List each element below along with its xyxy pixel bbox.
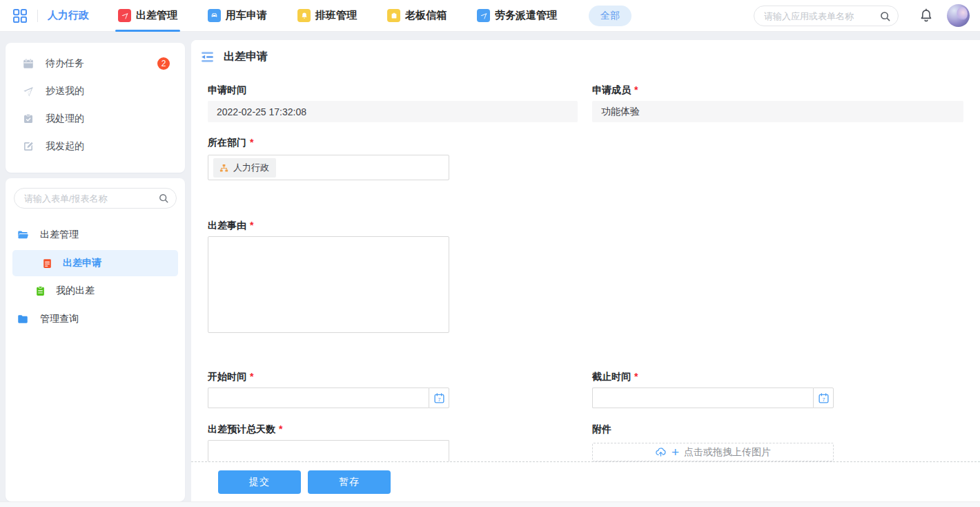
form-footer: 提交 暂存 xyxy=(191,461,980,501)
sidebar-item-cc-to-me[interactable]: 抄送我的 xyxy=(6,77,185,105)
search-icon[interactable] xyxy=(879,10,891,22)
paper-plane-icon xyxy=(118,9,131,22)
paper-plane-icon xyxy=(477,9,490,22)
attachment-label: 附件 xyxy=(592,423,611,436)
tab-labor-dispatch-mgmt[interactable]: 劳务派遣管理 xyxy=(477,0,557,32)
clipboard-check-icon xyxy=(22,113,35,125)
page-title: 出差申请 xyxy=(224,50,268,64)
end-time-picker: 7 xyxy=(592,388,834,408)
global-search-input[interactable] xyxy=(764,11,879,21)
bell-icon xyxy=(297,9,311,22)
folder-open-icon xyxy=(17,229,29,241)
tree-item-label: 出差申请 xyxy=(63,257,101,269)
apply-time-label: 申请时间 xyxy=(208,84,246,97)
tree-folder-label: 出差管理 xyxy=(40,229,79,241)
todo-count-badge: 2 xyxy=(157,57,170,70)
sidebar-item-todo-tasks[interactable]: 待办任务 2 xyxy=(6,50,185,77)
total-days-label: 出差预计总天数* xyxy=(208,423,282,436)
all-apps-pill[interactable]: 全部 xyxy=(589,6,631,26)
calendar-icon xyxy=(22,57,35,70)
page-bottom-strip xyxy=(0,501,980,507)
document-icon xyxy=(41,258,53,269)
start-time-calendar-button[interactable]: 7 xyxy=(429,388,449,408)
sidebar-item-handled-by-me[interactable]: 我处理的 xyxy=(6,105,185,133)
bell-icon xyxy=(919,8,934,23)
plus-icon: + xyxy=(672,446,679,459)
sidebar-item-label: 待办任务 xyxy=(46,57,84,70)
tab-boss-mailbox[interactable]: 老板信箱 xyxy=(387,0,447,32)
sidebar-forms-card: 出差管理 出差申请 我的出差 xyxy=(6,178,185,501)
folder-icon xyxy=(17,313,29,325)
top-navbar: 人力行政 出差管理 用车申请 排班管理 老板信箱 xyxy=(0,0,980,32)
reason-textarea[interactable] xyxy=(208,236,449,333)
reason-label: 出差事由* xyxy=(208,220,253,232)
compose-icon xyxy=(22,140,35,153)
tab-label: 劳务派遣管理 xyxy=(495,9,557,22)
tab-business-trip-mgmt[interactable]: 出差管理 xyxy=(118,0,177,32)
end-time-label: 截止时间* xyxy=(592,371,638,383)
topbar-divider xyxy=(37,10,38,22)
tab-shift-mgmt[interactable]: 排班管理 xyxy=(297,0,357,32)
calendar-icon: 7 xyxy=(818,392,830,404)
apps-grid-icon xyxy=(12,8,28,23)
form-search xyxy=(14,188,177,209)
apps-grid-button[interactable] xyxy=(11,7,29,25)
department-tag[interactable]: 人力行政 xyxy=(213,158,276,178)
form-header: 出差申请 xyxy=(191,40,980,73)
main-content: 出差申请 申请时间 2022-02-25 17:32:08 申请成员* 功能体验… xyxy=(191,40,980,501)
tab-vehicle-request[interactable]: 用车申请 xyxy=(208,0,267,32)
search-icon[interactable] xyxy=(158,193,169,204)
tree-folder-label: 管理查询 xyxy=(40,313,79,325)
send-icon xyxy=(22,85,35,97)
clipboard-icon xyxy=(35,285,46,297)
app-root: 人力行政 出差管理 用车申请 排班管理 老板信箱 xyxy=(0,0,980,507)
calendar-icon: 7 xyxy=(433,392,445,404)
notification-bell-button[interactable] xyxy=(919,8,935,24)
end-time-input[interactable] xyxy=(592,388,813,408)
department-label: 所在部门* xyxy=(208,137,253,149)
car-icon xyxy=(208,9,221,22)
start-time-label: 开始时间* xyxy=(208,371,253,383)
collapse-sidebar-button[interactable] xyxy=(200,49,215,64)
tab-label: 出差管理 xyxy=(136,9,177,22)
form-search-input[interactable] xyxy=(24,193,158,204)
tree-folder-admin-query[interactable]: 管理查询 xyxy=(6,305,185,333)
apply-member-value: 功能体验 xyxy=(592,101,963,122)
end-time-calendar-button[interactable]: 7 xyxy=(813,388,834,408)
form-tree: 出差管理 出差申请 我的出差 xyxy=(6,221,185,333)
tab-label: 排班管理 xyxy=(315,9,357,22)
svg-text:7: 7 xyxy=(438,396,440,402)
sidebar-item-label: 我处理的 xyxy=(46,113,84,125)
attachment-upload-area[interactable]: + 点击或拖拽上传图片 xyxy=(592,443,834,461)
org-chart-icon xyxy=(219,163,229,173)
save-draft-button[interactable]: 暂存 xyxy=(308,470,391,494)
department-select[interactable]: 人力行政 xyxy=(208,155,449,180)
tree-item-my-business-trips[interactable]: 我的出差 xyxy=(6,278,185,304)
upload-hint-text: 点击或拖拽上传图片 xyxy=(684,446,771,459)
workspace-name[interactable]: 人力行政 xyxy=(48,9,89,22)
svg-text:7: 7 xyxy=(822,396,825,402)
department-tag-label: 人力行政 xyxy=(233,162,269,174)
global-search xyxy=(754,6,899,26)
tree-folder-business-trip-mgmt[interactable]: 出差管理 xyxy=(6,221,185,249)
menu-fold-icon xyxy=(200,50,215,64)
sidebar-tasks-card: 待办任务 2 抄送我的 我处理的 我发起的 xyxy=(6,43,185,173)
mailbox-icon xyxy=(387,9,400,22)
apply-time-value: 2022-02-25 17:32:08 xyxy=(208,101,578,122)
sidebar-item-label: 抄送我的 xyxy=(46,85,84,97)
user-avatar[interactable] xyxy=(947,4,970,27)
tree-item-label: 我的出差 xyxy=(56,285,95,297)
cloud-upload-icon xyxy=(655,446,667,458)
tree-item-business-trip-request[interactable]: 出差申请 xyxy=(12,250,178,276)
start-time-picker: 7 xyxy=(208,388,449,408)
sidebar-item-initiated-by-me[interactable]: 我发起的 xyxy=(6,133,185,160)
sidebar-item-label: 我发起的 xyxy=(46,140,84,153)
start-time-input[interactable] xyxy=(208,388,429,408)
tab-label: 老板信箱 xyxy=(405,9,447,22)
apply-member-label: 申请成员* xyxy=(592,84,638,97)
submit-button[interactable]: 提交 xyxy=(218,470,301,494)
tab-label: 用车申请 xyxy=(226,9,267,22)
total-days-input[interactable] xyxy=(208,440,449,461)
